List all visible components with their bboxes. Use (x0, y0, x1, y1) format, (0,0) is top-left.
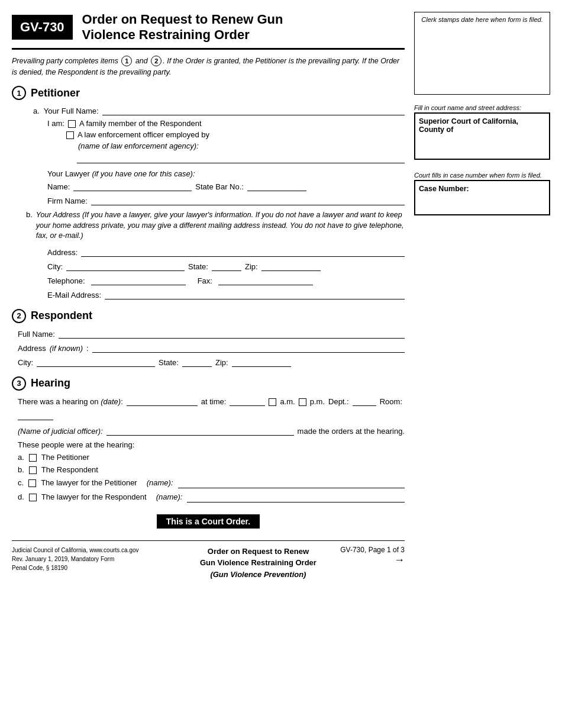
petitioner-lawyer-name-field[interactable] (178, 478, 405, 488)
zip-field[interactable] (261, 260, 321, 271)
circle-1: 1 (121, 56, 132, 66)
section3-header: 3 Hearing (12, 376, 405, 391)
respondent-address-row: Address (if known) : (18, 342, 405, 353)
email-row: E-Mail Address: (47, 289, 405, 299)
form-number: GV-730 (12, 15, 73, 40)
court-name-section: Fill in court name and street address: S… (414, 104, 550, 160)
checkbox-respondent-lawyer[interactable] (29, 494, 37, 501)
telephone-field[interactable] (91, 275, 186, 285)
respondent-fullname-row: Full Name: (18, 328, 405, 339)
hearing-dept-field[interactable] (353, 395, 376, 406)
judicial-officer-field[interactable] (106, 425, 294, 436)
court-name-box: Superior Court of California, County of (414, 112, 550, 160)
agency-field[interactable] (77, 153, 405, 163)
respondent-city-state-zip: City: State: Zip: (18, 356, 405, 367)
address-fields: Address: City: State: Zip: Telephone: Fa… (47, 246, 405, 299)
footer-right: GV-730, Page 1 of 3 → (340, 546, 405, 566)
section-hearing: 3 Hearing There was a hearing on (date):… (12, 376, 405, 502)
court-order-text: This is a Court Order. (157, 514, 260, 529)
tel-fax-row: Telephone: Fax: (47, 275, 405, 285)
state-field[interactable] (212, 260, 241, 271)
checkbox-pm[interactable] (299, 398, 306, 406)
checkbox-row-1: I am: A family member of the Respondent (47, 119, 405, 128)
lawyer-title: Your Lawyer (if you have one for this ca… (47, 169, 405, 178)
judicial-officer-row: (Name of judicial officer): made the ord… (18, 425, 405, 436)
address-row: Address: (47, 246, 405, 257)
people-item-b: b. The Respondent (18, 465, 405, 474)
form-title: Order on Request to Renew Gun Violence R… (82, 12, 283, 43)
respondent-zip-field[interactable] (232, 356, 291, 367)
lawyer-name-field[interactable] (73, 181, 192, 191)
footer-center: Order on Request to Renew Gun Violence R… (176, 546, 341, 581)
lawyer-section: Your Lawyer (if you have one for this ca… (47, 169, 405, 205)
agency-field-row (77, 153, 405, 163)
hearing-room-field[interactable] (18, 410, 53, 420)
respondent-address-field[interactable] (92, 342, 405, 353)
respondent-lawyer-name-field[interactable] (187, 492, 405, 502)
i-am-section: I am: A family member of the Respondent … (47, 119, 405, 163)
full-name-field[interactable] (102, 105, 405, 115)
address-field[interactable] (81, 246, 405, 257)
fax-field[interactable] (218, 275, 313, 285)
right-column: Clerk stamps date here when form is file… (414, 12, 550, 716)
people-item-d: d. The lawyer for the Respondent (name): (18, 492, 405, 502)
section3-circle: 3 (12, 376, 26, 391)
clerk-stamp-box: Clerk stamps date here when form is file… (414, 12, 550, 95)
full-name-row: a. Your Full Name: (33, 105, 405, 115)
circle-2: 2 (151, 56, 162, 66)
people-item-c: c. The lawyer for the Petitioner (name): (18, 478, 405, 488)
checkbox-petitioner-lawyer[interactable] (28, 479, 36, 487)
case-number-section: Court fills in case number when form is … (414, 172, 550, 215)
section1-title: Petitioner (31, 87, 80, 99)
city-field[interactable] (66, 260, 185, 271)
hearing-fields: There was a hearing on (date): at time: … (18, 395, 405, 502)
checkbox-respondent[interactable] (29, 466, 37, 474)
court-order-banner: This is a Court Order. (12, 514, 405, 529)
email-field[interactable] (105, 289, 405, 299)
hearing-time-field[interactable] (230, 395, 265, 406)
people-section: These people were at the hearing: a. The… (18, 440, 405, 502)
page-footer: Judicial Council of California, www.cour… (12, 540, 405, 581)
agency-label-row: (name of law enforcement agency): (78, 141, 405, 150)
i-am-label: I am: (47, 119, 64, 128)
hearing-date-field[interactable] (127, 395, 198, 406)
respondent-city-field[interactable] (37, 356, 155, 367)
section2-header: 2 Respondent (12, 309, 405, 323)
form-header: GV-730 Order on Request to Renew Gun Vio… (12, 12, 405, 50)
case-number-box: Case Number: (414, 180, 550, 215)
address-b-section: b. Your Address (If you have a lawyer, g… (12, 210, 405, 241)
checkbox-family-member[interactable] (68, 120, 76, 128)
hearing-date-row: There was a hearing on (date): at time: … (18, 395, 405, 420)
section-petitioner: 1 Petitioner a. Your Full Name: I am: A … (12, 86, 405, 299)
section2-title: Respondent (31, 310, 92, 322)
respondent-fields: Full Name: Address (if known) : City: St… (18, 328, 405, 367)
section1-circle: 1 (12, 86, 26, 100)
city-state-zip-row: City: State: Zip: (47, 260, 405, 271)
lawyer-name-row: Name: State Bar No.: (47, 181, 405, 191)
full-name-label: a. Your Full Name: (33, 107, 99, 115)
checkbox-row-2: A law enforcement officer employed by (66, 130, 405, 139)
section3-title: Hearing (31, 377, 70, 389)
section1-header: 1 Petitioner (12, 86, 405, 100)
page-arrow: → (340, 554, 405, 566)
firm-name-row: Firm Name: (47, 195, 405, 205)
footer-left: Judicial Council of California, www.cour… (12, 546, 176, 572)
section-respondent: 2 Respondent Full Name: Address (if know… (12, 309, 405, 367)
respondent-state-field[interactable] (182, 356, 212, 367)
firm-name-field[interactable] (91, 195, 405, 205)
intro-text: Prevailing party completes items 1 and 2… (12, 56, 405, 78)
checkbox-am[interactable] (269, 398, 276, 406)
section2-circle: 2 (12, 309, 26, 323)
checkbox-law-enforcement[interactable] (66, 131, 74, 139)
state-bar-field[interactable] (247, 181, 306, 191)
respondent-fullname-field[interactable] (59, 328, 405, 339)
checkbox-petitioner[interactable] (29, 454, 37, 462)
people-item-a: a. The Petitioner (18, 453, 405, 462)
